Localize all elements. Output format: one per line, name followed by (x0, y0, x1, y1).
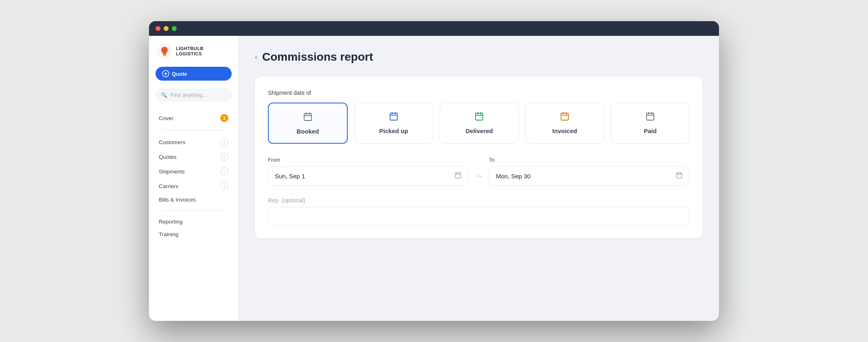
sidebar-item-carriers-label: Carriers (159, 183, 178, 189)
customers-add-icon[interactable]: + (220, 138, 228, 146)
sidebar-item-bills-label: Bills & Invoices (159, 197, 196, 203)
from-date-value: Sun, Sep 1 (275, 173, 451, 180)
date-section-label: Shipment date of (268, 90, 690, 96)
page-title: Commissions report (262, 50, 373, 64)
sidebar-nav: Cover 1 Customers + Quotes + (149, 111, 238, 241)
sidebar-item-quotes[interactable]: Quotes + (156, 150, 232, 164)
sidebar-item-training-label: Training (159, 231, 178, 237)
quote-button[interactable]: + Quote (156, 67, 232, 81)
svg-rect-8 (455, 173, 461, 178)
sidebar-item-cover-label: Cover (159, 115, 173, 121)
rep-label: Rep (optional) (268, 197, 690, 204)
date-option-invoiced[interactable]: Invoiced (525, 103, 604, 144)
date-range-arrow: → (475, 172, 482, 180)
from-label: From (268, 157, 469, 163)
svg-rect-6 (561, 113, 568, 120)
back-button[interactable]: ‹ (255, 53, 257, 61)
quote-button-label: Quote (172, 71, 187, 77)
app-container: LIGHTBULB LOGISTICS + Quote 🔍 Find anyth… (149, 36, 719, 321)
rep-optional-text: (optional) (282, 197, 305, 204)
to-date-input[interactable]: Mon, Sep 30 (489, 166, 690, 186)
sidebar-divider-1 (162, 130, 225, 130)
svg-rect-9 (676, 173, 682, 178)
picked-up-calendar-icon (389, 111, 399, 123)
delivered-calendar-icon (474, 111, 484, 123)
search-box[interactable]: 🔍 Find anything... (156, 89, 232, 101)
to-label: To (489, 157, 690, 163)
search-icon: 🔍 (161, 92, 167, 98)
sidebar-item-training[interactable]: Training (156, 228, 232, 240)
from-date-input[interactable]: Sun, Sep 1 (268, 166, 469, 186)
sidebar-item-shipments[interactable]: Shipments + (156, 164, 232, 178)
plus-circle-icon: + (162, 70, 169, 77)
svg-rect-7 (647, 113, 654, 120)
to-calendar-icon[interactable] (675, 171, 683, 180)
rep-label-text: Rep (268, 197, 278, 204)
booked-calendar-icon (303, 112, 313, 124)
delivered-label: Delivered (465, 127, 493, 134)
from-calendar-icon[interactable] (454, 171, 462, 180)
date-option-booked[interactable]: Booked (268, 103, 348, 144)
browser-frame: LIGHTBULB LOGISTICS + Quote 🔍 Find anyth… (149, 21, 719, 321)
rep-input[interactable] (268, 207, 690, 226)
maximize-dot[interactable] (172, 26, 177, 31)
svg-rect-4 (390, 113, 397, 120)
invoiced-label: Invoiced (552, 127, 577, 134)
date-option-picked-up[interactable]: Picked up (354, 103, 433, 144)
picked-up-label: Picked up (379, 127, 408, 134)
to-date-value: Mon, Sep 30 (496, 173, 672, 180)
sidebar-item-reporting-label: Reporting (159, 219, 183, 225)
carriers-add-icon[interactable]: + (220, 182, 228, 190)
to-field-group: To Mon, Sep 30 (489, 157, 690, 186)
booked-label: Booked (296, 128, 319, 135)
minimize-dot[interactable] (164, 26, 169, 31)
logo: LIGHTBULB LOGISTICS (149, 44, 238, 67)
close-dot[interactable] (156, 26, 160, 31)
sidebar-item-reporting[interactable]: Reporting (156, 216, 232, 228)
sidebar-item-carriers[interactable]: Carriers + (156, 179, 232, 193)
svg-rect-5 (476, 113, 483, 120)
date-option-paid[interactable]: Paid (611, 103, 690, 144)
svg-rect-1 (163, 54, 166, 55)
sidebar-item-customers[interactable]: Customers + (156, 135, 232, 149)
sidebar-item-shipments-label: Shipments (159, 169, 185, 175)
page-header: ‹ Commissions report (255, 50, 703, 64)
sidebar: LIGHTBULB LOGISTICS + Quote 🔍 Find anyth… (149, 36, 239, 321)
quotes-add-icon[interactable]: + (220, 153, 228, 161)
paid-label: Paid (644, 127, 657, 134)
sidebar-item-bills[interactable]: Bills & Invoices (156, 194, 232, 206)
sidebar-item-customers-label: Customers (159, 139, 185, 145)
logo-icon (157, 44, 172, 59)
search-placeholder: Find anything... (171, 92, 207, 98)
cover-badge: 1 (220, 114, 228, 122)
sidebar-item-cover[interactable]: Cover 1 (156, 111, 232, 125)
sidebar-divider-2 (162, 210, 225, 211)
browser-chrome (149, 21, 719, 36)
paid-calendar-icon (645, 111, 655, 123)
logo-text: LIGHTBULB LOGISTICS (176, 46, 204, 57)
back-icon: ‹ (255, 53, 257, 61)
shipments-add-icon[interactable]: + (220, 167, 228, 175)
from-field-group: From Sun, Sep 1 (268, 157, 469, 186)
svg-rect-3 (304, 114, 311, 121)
rep-section: Rep (optional) (268, 197, 690, 226)
report-card: Shipment date of Booked (255, 77, 703, 239)
main-content: ‹ Commissions report Shipment date of (239, 36, 719, 321)
invoiced-calendar-icon (560, 111, 570, 123)
sidebar-item-quotes-label: Quotes (159, 154, 177, 160)
date-options-group: Booked Picked up (268, 103, 690, 144)
svg-rect-2 (163, 55, 166, 56)
date-range-row: From Sun, Sep 1 → (268, 157, 690, 186)
date-option-delivered[interactable]: Delivered (440, 103, 519, 144)
